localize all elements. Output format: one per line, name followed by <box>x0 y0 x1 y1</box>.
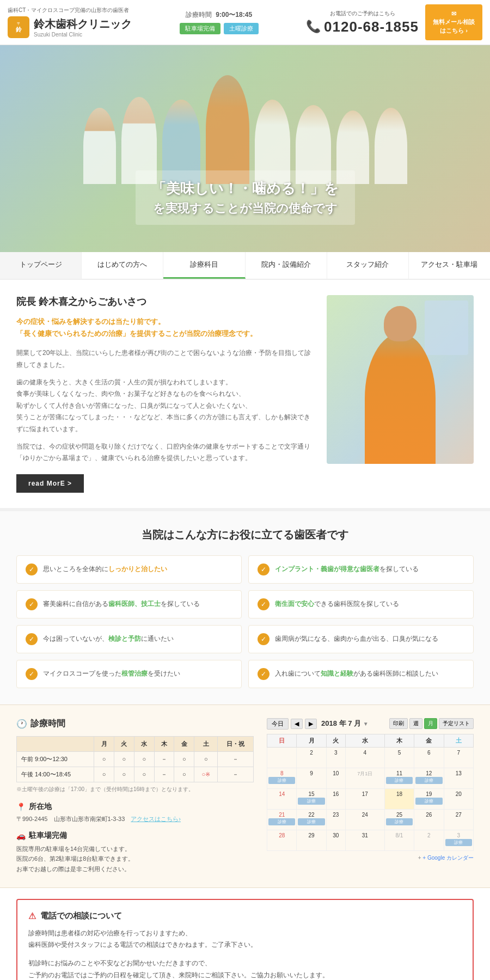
phone-number: 0120-68-1855 <box>324 19 419 35</box>
mail-cta-button[interactable]: ✉ 無料メール相談 はこちら › <box>425 4 482 40</box>
parking-button[interactable]: 駐車場完備 <box>180 23 220 34</box>
read-more-button[interactable]: read MorE > <box>16 474 84 493</box>
service-card-2: ✓ インプラント・義歯が得意な歯医者を探している <box>248 555 474 584</box>
calendar-area: 今日 ◀ ▶ 2018 年 7 月 ▼ 印刷 週 月 予定リスト 日 <box>267 718 474 874</box>
hero-title-line1: 「美味しい！・噛める！」を <box>152 178 339 199</box>
hours-value: 9:00〜18:45 <box>216 11 252 19</box>
service-text-7: マイクロスコープを使った根管治療を受けたい <box>43 669 180 678</box>
hours-col-wed: 水 <box>134 736 154 751</box>
nav-item-top[interactable]: トップページ <box>0 252 82 279</box>
services-title: 当院はこんな方にお役に立てる歯医者です <box>16 528 474 542</box>
hours-table: 月 火 水 木 金 土 日・祝 午前 9:00〜12:30 ○ ○ ○ <box>16 736 254 782</box>
hours-col-fri: 金 <box>174 736 194 751</box>
nav-item-treatments[interactable]: 診療科目 <box>163 252 245 279</box>
hours-icon: 🕐 <box>16 719 27 729</box>
service-check-icon-7: ✓ <box>26 668 38 680</box>
service-card-1: ✓ 思いところを全体的にしっかりと治したい <box>16 555 242 584</box>
greeting-body-1: 開業して20年以上、当院にいらした患者様が再び街のことで困らないような治療・予防… <box>16 347 316 371</box>
service-text-4: 衛生面で安心できる歯科医院を探している <box>275 599 399 609</box>
google-calendar-link[interactable]: + + Google カレンダー <box>267 854 474 862</box>
location-icon: 📍 <box>16 803 26 811</box>
hours-col-sun: 日・祝 <box>218 736 254 751</box>
calendar-header: 今日 ◀ ▶ 2018 年 7 月 ▼ 印刷 週 月 予定リスト <box>267 718 474 730</box>
greeting-title: 院長 鈴木喜之からごあいさつ <box>16 295 316 308</box>
clinic-name-en: Suzuki Dental Clinic <box>34 32 132 38</box>
cal-next-button[interactable]: ▶ <box>305 719 317 729</box>
services-grid: ✓ 思いところを全体的にしっかりと治したい ✓ インプラント・義歯が得意な歯医者… <box>16 555 474 688</box>
tel-label: お電話でのご予約はこちら <box>330 10 395 17</box>
notice-title-area: ⚠ 電話での相談について <box>28 911 462 921</box>
greeting-body-2: 歯の健康を失うと、大きく生活の質・人生の質が損なわれてしまいます。 食事が美味し… <box>16 377 316 436</box>
hours-col-label <box>17 736 94 751</box>
hero-title-line2: を実現することが当院の使命です <box>152 199 339 217</box>
doctor-photo <box>327 295 474 464</box>
cal-title: 2018 年 7 月 ▼ <box>321 719 369 728</box>
greeting-subtitle: 今の症状・悩みを解決するのは当たり前です。 「長く健康でいられるための治療」を提… <box>16 316 316 340</box>
hours-col-mon: 月 <box>94 736 114 751</box>
service-text-5: 今は困っていないが、検診と予防に通いたい <box>43 634 174 644</box>
greeting-body-3: 当院では、今の症状や問題を取り除くだけでなく、口腔内全体の健康をサポートすること… <box>16 441 316 464</box>
service-check-icon-5: ✓ <box>26 633 38 645</box>
logo-icon: 〒 鈴 <box>8 16 29 38</box>
location-title-area: 📍 所在地 <box>16 802 254 812</box>
service-text-3: 審美歯科に自信がある歯科医師、技工士を探している <box>43 599 200 609</box>
hours-afternoon-label: 午後 14:00〜18:45 <box>17 767 94 782</box>
header-center-info: 診療時間 9:00〜18:45 駐車場完備 土曜診療 <box>180 10 259 34</box>
nav-item-access[interactable]: アクセス・駐車場 <box>409 252 490 279</box>
doctor-image-area <box>327 295 474 493</box>
hours-morning-label: 午前 9:00〜12:30 <box>17 751 94 767</box>
service-card-3: ✓ 審美歯科に自信がある歯科医師、技工士を探している <box>16 590 242 618</box>
hero-title-bg: 「美味しい！・噛める！」を を実現することが当院の使命です <box>136 170 355 225</box>
saturday-button[interactable]: 土曜診療 <box>224 23 259 34</box>
service-text-2: インプラント・義歯が得意な歯医者を探している <box>275 565 419 574</box>
notice-title: 電話での相談について <box>40 911 122 921</box>
service-card-6: ✓ 歯周病が気になる、歯肉から血が出る、口臭が気になる <box>248 625 474 653</box>
nav-item-staff[interactable]: スタッフ紹介 <box>327 252 409 279</box>
header-left: 歯科CT・マイクロスコープ完備の山形市の歯医者 〒 鈴 鈴木歯科クリニック Su… <box>8 7 132 38</box>
service-text-8: 入れ歯について知識と経験がある歯科医師に相談したい <box>275 669 438 678</box>
notice-box: ⚠ 電話での相談について 診療時間は患者様の対応や治療を行っておりますため、 歯… <box>16 899 474 980</box>
clinic-name: 鈴木歯科クリニック <box>34 17 132 32</box>
service-check-icon-6: ✓ <box>258 633 270 645</box>
notice-text-1: 診療時間は患者様の対応や治療を行っておりますため、 歯科医師や受付スタッフによる… <box>28 928 462 951</box>
greeting-section: 院長 鈴木喜之からごあいさつ 今の症状・悩みを解決するのは当たり前です。 「長く… <box>0 280 490 511</box>
cal-print-button[interactable]: 印刷 <box>389 718 408 729</box>
cal-week-button[interactable]: 週 <box>409 718 422 729</box>
header-right: お電話でのご予約はこちら 📞 0120-68-1855 ✉ 無料メール相談 はこ… <box>306 4 482 40</box>
info-grid: 🕐 診療時間 月 火 水 木 金 土 日・祝 <box>16 718 474 874</box>
parking-icon: 🚗 <box>16 831 26 840</box>
hero-section: 「美味しい！・噛める！」を を実現することが当院の使命です <box>0 45 490 252</box>
phone-icon: 📞 <box>306 20 321 34</box>
service-card-5: ✓ 今は困っていないが、検診と予防に通いたい <box>16 625 242 653</box>
hours-col-tue: 火 <box>114 736 134 751</box>
services-section: 当院はこんな方にお役に立てる歯医者です ✓ 思いところを全体的にしっかりと治した… <box>0 511 490 705</box>
cal-list-button[interactable]: 予定リスト <box>439 718 474 729</box>
service-check-icon-3: ✓ <box>26 598 38 610</box>
nav-item-facilities[interactable]: 院内・設備紹介 <box>246 252 327 279</box>
hero-text-overlay: 「美味しい！・噛める！」を を実現することが当院の使命です <box>0 170 490 225</box>
mail-sub: はこちら › <box>440 27 468 34</box>
notice-warning-icon: ⚠ <box>28 911 36 921</box>
hours-col-sat: 土 <box>194 736 218 751</box>
service-check-icon-2: ✓ <box>258 564 270 575</box>
info-left: 🕐 診療時間 月 火 水 木 金 土 日・祝 <box>16 718 254 874</box>
cal-prev-button[interactable]: ◀ <box>291 719 303 729</box>
service-check-icon-8: ✓ <box>258 668 270 680</box>
notice-text-2: 初診時にお悩みのことや不安などお聞かせいただきますので、 ご予約のお電話ではご予… <box>28 958 462 980</box>
info-section: 🕐 診療時間 月 火 水 木 金 土 日・祝 <box>0 705 490 888</box>
nav-item-first[interactable]: はじめての方へ <box>82 252 163 279</box>
map-link[interactable]: アクセスはこちら› <box>131 816 181 822</box>
today-button[interactable]: 今日 <box>267 718 289 730</box>
parking-line-3: お車でお越しの際は是非ご利用ください。 <box>16 864 254 874</box>
hours-title: 🕐 診療時間 <box>16 718 254 730</box>
parking-line-1: 医院専用の駐車場を14台完備しています。 <box>16 844 254 854</box>
hours-col-thu: 木 <box>154 736 174 751</box>
cal-month-button[interactable]: 月 <box>424 718 437 729</box>
service-text-1: 思いところを全体的にしっかりと治したい <box>43 565 167 574</box>
parking-line-2: 医院の6台、第2駐車場は8台駐車できます。 <box>16 854 254 864</box>
location-address: 〒990-2445 山形市山形市南栄町1-3-33 アクセスはこちら› <box>16 815 254 823</box>
clinic-subtitle: 歯科CT・マイクロスコープ完備の山形市の歯医者 <box>8 7 132 14</box>
service-card-7: ✓ マイクロスコープを使った根管治療を受けたい <box>16 660 242 688</box>
parking-title-area: 🚗 駐車場完備 <box>16 831 254 841</box>
service-check-icon-4: ✓ <box>258 598 270 610</box>
